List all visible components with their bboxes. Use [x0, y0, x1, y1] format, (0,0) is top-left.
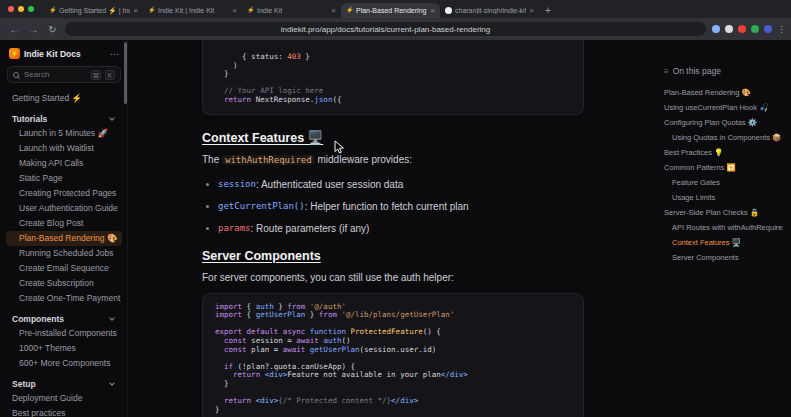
bullet-icon: [206, 227, 209, 230]
github-favicon-icon: [445, 7, 452, 14]
toc-item-server-side-plan-checks[interactable]: Server-Side Plan Checks 🔒: [660, 205, 783, 220]
browser-window: ⚡Getting Started ⚡ | Indie Kit×⚡Indie Ki…: [0, 0, 791, 417]
sidebar-item-pre-installed-components[interactable]: Pre-installed Components: [6, 326, 122, 341]
sidebar-item-creating-protected-pages[interactable]: Creating Protected Pages: [6, 186, 122, 201]
code-line: return <div>Feature not available in you…: [215, 371, 571, 380]
toc-item-common-patterns[interactable]: Common Patterns 🔁: [660, 160, 783, 175]
indie-kit-favicon-icon: ⚡: [49, 7, 56, 14]
bullet-code: params: [218, 223, 251, 233]
list-item: getCurrentPlan(): Helper function to fet…: [206, 201, 584, 212]
toc-item-best-practices[interactable]: Best Practices 💡: [660, 145, 783, 160]
docs-title: Indie Kit Docs: [24, 49, 106, 59]
minimize-window-button[interactable]: [18, 6, 24, 12]
code-line: return NextResponse.json({: [215, 96, 571, 105]
toc-item-using-quotas-in-components[interactable]: Using Quotas in Components 📦: [660, 130, 783, 145]
extension-icon-blue[interactable]: [712, 25, 720, 33]
sidebar-item-create-subscription[interactable]: Create Subscription: [6, 276, 122, 291]
browser-tab[interactable]: charanjit-singh/indie-kit: Nex...×: [440, 3, 539, 18]
sidebar-item-1000-themes[interactable]: 1000+ Themes: [6, 341, 122, 356]
toc-item-using-usecurrentplan-hook[interactable]: Using useCurrentPlan Hook 🎣: [660, 100, 783, 115]
search-icon: [13, 71, 20, 79]
sidebar-item-launch-in-5-minutes[interactable]: Launch in 5 Minutes 🚀: [6, 126, 122, 141]
search-input[interactable]: Search ⌘ K: [7, 66, 121, 83]
tab-title: Indie Kit: [257, 7, 328, 14]
toc-item-context-features[interactable]: Context Features 🖥️: [660, 235, 783, 250]
toc-list: Plan-Based Rendering 🎨Using useCurrentPl…: [660, 85, 783, 265]
chevron-down-icon: [109, 380, 115, 386]
sidebar-item-launch-with-waitlist[interactable]: Launch with Waitlist: [6, 141, 122, 156]
code-lines: import { auth } from '@/auth'import { ge…: [215, 303, 571, 415]
reload-button[interactable]: ↻: [46, 24, 59, 35]
extension-icon-green[interactable]: [751, 25, 759, 33]
sidebar-section-setup[interactable]: Setup: [6, 376, 122, 391]
browser-tab[interactable]: ⚡Plan-Based Rendering 🎨 | In...×: [341, 3, 440, 18]
indie-kit-favicon-icon: ⚡: [148, 7, 155, 14]
section-label: Tutorials: [12, 114, 47, 124]
tab-close-icon[interactable]: ×: [133, 6, 138, 15]
sidebar-item-running-scheduled-jobs[interactable]: Running Scheduled Jobs: [6, 246, 122, 261]
bullet-icon: [206, 183, 209, 186]
code-line: }: [215, 380, 571, 389]
list-item: params: Route parameters (if any): [206, 223, 584, 234]
sidebar-item-user-authentication-guide[interactable]: User Authentication Guide: [6, 201, 122, 216]
sidebar-section-components[interactable]: Components: [6, 311, 122, 326]
sidebar-header: ⚡ Indie Kit Docs ⋯: [6, 48, 122, 66]
tab-close-icon[interactable]: ×: [232, 6, 237, 15]
sidebar-item-making-api-calls[interactable]: Making API Calls: [6, 156, 122, 171]
tab-title: Indie Kit | Indie Kit: [158, 7, 229, 14]
toc-item-usage-limits[interactable]: Usage Limits: [660, 190, 783, 205]
tab-strip: ⚡Getting Started ⚡ | Indie Kit×⚡Indie Ki…: [0, 0, 791, 18]
toc-item-feature-gates[interactable]: Feature Gates: [660, 175, 783, 190]
extension-icon-red[interactable]: [738, 25, 746, 33]
bullet-text: : Route parameters (if any): [251, 223, 370, 234]
browser-tab[interactable]: ⚡Indie Kit | Indie Kit×: [143, 3, 242, 18]
code-line: { status: 403 }: [215, 53, 571, 62]
browser-tab[interactable]: ⚡Getting Started ⚡ | Indie Kit×: [44, 3, 143, 18]
zoom-window-button[interactable]: [28, 6, 34, 12]
toc-title-text: On this page: [673, 66, 721, 76]
bullet-icon: [206, 205, 209, 208]
sidebar-menu-button[interactable]: ⋯: [110, 49, 119, 59]
sidebar-scrollbar[interactable]: [124, 42, 127, 104]
sidebar-item-best-practices[interactable]: Best practices: [6, 406, 122, 417]
profile-avatar[interactable]: [764, 25, 772, 33]
address-bar[interactable]: indiekit.pro/app/docs/tutorials/current-…: [65, 22, 706, 36]
section-label: Setup: [12, 379, 36, 389]
search-placeholder: Search: [24, 70, 87, 79]
forward-button[interactable]: →: [27, 24, 40, 35]
sidebar-item-create-email-sequence[interactable]: Create Email Sequence: [6, 261, 122, 276]
tab-close-icon[interactable]: ×: [430, 6, 435, 15]
tab-close-icon[interactable]: ×: [331, 6, 336, 15]
toc-item-api-routes-with-withauthrequired[interactable]: API Routes with withAuthRequired: [660, 220, 783, 235]
inline-code-withauthrequired: withAuthRequired: [222, 155, 315, 165]
new-tab-button[interactable]: +: [545, 5, 551, 16]
close-window-button[interactable]: [8, 6, 14, 12]
toc-item-configuring-plan-quotas[interactable]: Configuring Plan Quotas ⚙️: [660, 115, 783, 130]
sidebar-item-600-more-components[interactable]: 600+ More Components: [6, 356, 122, 371]
bullet-code: session: [218, 179, 256, 189]
sidebar-item-create-blog-post[interactable]: Create Blog Post: [6, 216, 122, 231]
sidebar-item-deployment-guide[interactable]: Deployment Guide: [6, 391, 122, 406]
list-item: session: Authenticated user session data: [206, 179, 584, 190]
sidebar-item-plan-based-rendering[interactable]: Plan-Based Rendering 🎨: [6, 231, 122, 246]
bullet-code: getCurrentPlan(): [218, 201, 305, 211]
toc-title: ≡ On this page: [660, 66, 783, 76]
browser-tab[interactable]: ⚡Indie Kit×: [242, 3, 341, 18]
docs-sidebar: ⚡ Indie Kit Docs ⋯ Search ⌘ K Getting St…: [0, 40, 128, 417]
toc-item-server-components[interactable]: Server Components: [660, 250, 783, 265]
tab-title: charanjit-singh/indie-kit: Nex...: [455, 7, 526, 14]
code-line: return <div>{/* Protected content */}</d…: [215, 397, 571, 406]
sidebar-item-getting-started[interactable]: Getting Started ⚡: [6, 91, 122, 106]
sidebar-item-static-page[interactable]: Static Page: [6, 171, 122, 186]
toc-item-plan-based-rendering[interactable]: Plan-Based Rendering 🎨: [660, 85, 783, 100]
features-list: session: Authenticated user session data…: [202, 179, 584, 234]
toolbar-icons: ⋮: [712, 25, 783, 33]
tab-close-icon[interactable]: ×: [529, 6, 534, 15]
context-features-intro: The withAuthRequired middleware provides…: [202, 154, 584, 165]
extension-icon-light[interactable]: [725, 25, 733, 33]
sidebar-item-create-one-time-payment[interactable]: Create One-Time Payment: [6, 291, 122, 306]
sidebar-section-tutorials[interactable]: Tutorials: [6, 111, 122, 126]
browser-menu-icon[interactable]: ⋮: [777, 25, 783, 33]
back-button[interactable]: ←: [8, 24, 21, 35]
tab-title: Getting Started ⚡ | Indie Kit: [59, 7, 130, 15]
